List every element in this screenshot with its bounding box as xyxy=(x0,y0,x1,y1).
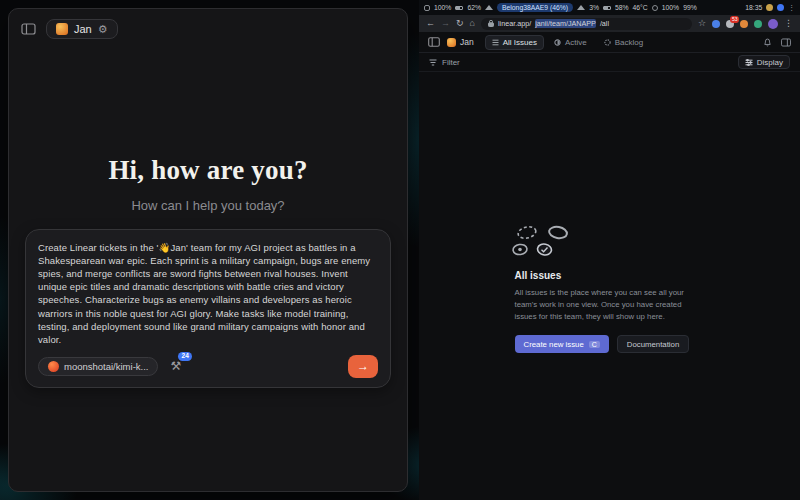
url-suffix: /all xyxy=(600,19,609,28)
tools-count-badge: 24 xyxy=(178,352,192,361)
create-new-issue-label: Create new issue xyxy=(524,340,584,349)
jan-team-emoji-icon xyxy=(56,23,68,35)
display-sliders-icon xyxy=(745,59,753,66)
send-button[interactable]: → xyxy=(348,355,378,378)
battery-icon xyxy=(455,6,463,10)
shortcut-keycap: C xyxy=(589,341,600,348)
backlog-status-icon xyxy=(604,39,611,46)
extension-icon-2[interactable]: 53 xyxy=(726,20,734,28)
signal-icon xyxy=(577,5,585,10)
send-arrow-icon: → xyxy=(357,359,369,373)
illustration-row-2 xyxy=(511,242,705,257)
display-button-label: Display xyxy=(757,58,783,67)
in-progress-ring-icon xyxy=(511,242,529,257)
address-bar[interactable]: linear.app/janii/team/JANAPP/all xyxy=(481,18,692,30)
linear-view-tabs: All Issues Active Backlog xyxy=(485,35,651,50)
tools-button[interactable]: ⚒ 24 xyxy=(170,360,181,372)
browser-toolbar: ← → ↻ ⌂ linear.app/janii/team/JANAPP/all… xyxy=(419,15,800,32)
filter-icon xyxy=(429,59,437,66)
linear-filter-bar: Filter Display xyxy=(419,53,800,72)
display-button[interactable]: Display xyxy=(738,55,790,69)
empty-state-description: All issues is the place where you can se… xyxy=(515,287,705,323)
tab-active[interactable]: Active xyxy=(547,35,594,50)
tray-sun-icon xyxy=(652,5,658,11)
status-icons-illustration xyxy=(515,224,705,257)
system-status-bar: 100% 62% Belong38AAE9 (46%) 3% 58% 46°C … xyxy=(419,0,800,15)
url-selected-segment: janii/team/JANAPP xyxy=(535,19,596,28)
charge-percent: 62% xyxy=(467,4,481,11)
notifications-bell-icon[interactable] xyxy=(763,38,772,47)
model-name: moonshotai/kimi-k... xyxy=(64,361,148,372)
tab-active-label: Active xyxy=(565,38,587,47)
battery-alt-percent: 99% xyxy=(683,4,697,11)
model-selector[interactable]: moonshotai/kimi-k... xyxy=(38,357,158,376)
assistant-name: Jan xyxy=(74,23,92,35)
browser-menu-icon[interactable]: ⋮ xyxy=(784,19,793,28)
greeting-subtitle: How can I help you today? xyxy=(9,198,407,213)
profile-avatar[interactable] xyxy=(768,19,778,29)
battery-main-percent: 100% xyxy=(434,4,451,11)
greeting-title: Hi, how are you? xyxy=(9,155,407,186)
composer-toolbar: moonshotai/kimi-k... ⚒ 24 → xyxy=(38,355,378,378)
tab-backlog-label: Backlog xyxy=(615,38,643,47)
tab-all-issues[interactable]: All Issues xyxy=(485,35,544,50)
documentation-button[interactable]: Documentation xyxy=(617,335,689,353)
linear-team-emoji-icon xyxy=(447,38,456,47)
done-check-icon xyxy=(536,242,553,257)
extension-icon-3[interactable] xyxy=(740,20,748,28)
desktop-background: Jan ⚙ Hi, how are you? How can I help yo… xyxy=(0,0,800,500)
clock[interactable]: 18:35 xyxy=(745,4,762,11)
tray-lock-icon xyxy=(424,5,430,11)
extension-icon-4[interactable] xyxy=(754,20,762,28)
empty-state-title: All issues xyxy=(515,270,705,281)
sidebar-toggle-icon[interactable] xyxy=(21,23,36,35)
back-icon[interactable]: ← xyxy=(426,19,435,28)
home-icon[interactable]: ⌂ xyxy=(470,19,475,28)
extension-icon-1[interactable] xyxy=(712,20,720,28)
extension-badge: 53 xyxy=(730,16,739,23)
bookmark-star-icon[interactable]: ☆ xyxy=(698,19,706,28)
tray-menu-icon[interactable]: ⋮ xyxy=(788,4,795,12)
tab-all-issues-label: All Issues xyxy=(503,38,537,47)
right-panel-icon[interactable] xyxy=(781,38,791,47)
linear-header-actions xyxy=(763,38,791,47)
assistant-selector[interactable]: Jan ⚙ xyxy=(46,19,118,39)
gear-icon[interactable]: ⚙ xyxy=(98,24,108,35)
documentation-label: Documentation xyxy=(627,340,679,349)
cpu-percent: 3% xyxy=(589,4,599,11)
tools-icon: ⚒ xyxy=(170,359,181,373)
chat-tray-icon[interactable] xyxy=(777,4,784,11)
jan-app-window: Jan ⚙ Hi, how are you? How can I help yo… xyxy=(8,8,408,492)
backlog-ring-icon xyxy=(515,224,539,241)
url-prefix: linear.app/ xyxy=(498,19,531,28)
filter-button[interactable]: Filter xyxy=(442,58,460,67)
wifi-icon xyxy=(485,5,493,10)
linear-sidebar-toggle-icon[interactable] xyxy=(428,37,440,47)
greeting-block: Hi, how are you? How can I help you toda… xyxy=(9,155,407,213)
model-provider-icon xyxy=(48,361,59,372)
chat-composer: Create Linear tickets in the '👋Jan' team… xyxy=(25,229,391,388)
forward-icon[interactable]: → xyxy=(441,19,450,28)
all-issues-icon xyxy=(492,39,499,46)
linear-header: Jan All Issues Active Backlog xyxy=(419,32,800,53)
all-issues-empty-state: All issues All issues is the place where… xyxy=(515,224,705,353)
empty-state-actions: Create new issue C Documentation xyxy=(515,335,705,353)
todo-ring-icon xyxy=(546,224,570,241)
battery-icon-2 xyxy=(603,6,611,10)
linear-team-name: Jan xyxy=(460,37,474,47)
illustration-row-1 xyxy=(515,224,705,241)
disk-percent: 100% xyxy=(662,4,679,11)
reload-icon[interactable]: ↻ xyxy=(456,19,464,28)
mail-tray-icon[interactable] xyxy=(766,4,773,11)
jan-titlebar: Jan ⚙ xyxy=(9,9,407,39)
lock-icon xyxy=(488,20,494,27)
temperature-value: 46°C xyxy=(633,4,648,11)
active-status-icon xyxy=(554,39,561,46)
network-indicator[interactable]: Belong38AAE9 (46%) xyxy=(497,3,573,12)
memory-percent: 58% xyxy=(615,4,629,11)
create-new-issue-button[interactable]: Create new issue C xyxy=(515,335,609,353)
linear-app-window: Jan All Issues Active Backlog xyxy=(419,32,800,500)
linear-team-selector[interactable]: Jan xyxy=(447,37,474,47)
prompt-input[interactable]: Create Linear tickets in the '👋Jan' team… xyxy=(38,241,378,346)
tab-backlog[interactable]: Backlog xyxy=(597,35,650,50)
